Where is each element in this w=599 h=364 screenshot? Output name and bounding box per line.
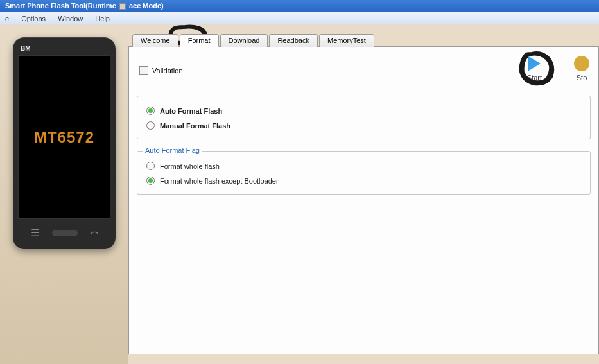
phone-panel: BM MT6572 ☰ ⤺ [0, 24, 128, 364]
except-bootloader-radio-row[interactable]: Format whole flash except Bootloader [146, 177, 584, 185]
validation-checkbox-row[interactable]: Validation [139, 66, 183, 75]
manual-format-radio[interactable] [146, 121, 155, 130]
tab-content-format: Validation Start Sto Auto Fo [128, 46, 599, 354]
validation-checkbox[interactable] [139, 66, 148, 75]
except-bootloader-radio[interactable] [146, 177, 155, 185]
phone-mockup: BM MT6572 ☰ ⤺ [13, 37, 116, 249]
auto-format-flag-section: Auto Format Flag Format whole flash Form… [137, 151, 591, 195]
phone-screen: MT6572 [18, 55, 110, 219]
menu-help[interactable]: Help [90, 13, 115, 24]
start-button[interactable]: Start [521, 55, 548, 83]
title-text-left: Smart Phone Flash Tool(Runtime [5, 2, 116, 10]
play-icon [528, 56, 541, 71]
menu-file[interactable]: e [0, 13, 14, 24]
menu-options[interactable]: Options [16, 13, 51, 24]
phone-back-icon: ⤺ [90, 227, 98, 239]
tab-readback[interactable]: Readback [269, 34, 318, 47]
phone-home-icon [52, 230, 78, 236]
title-box-icon [119, 3, 126, 10]
title-text-right: ace Mode) [129, 2, 164, 10]
auto-format-radio-row[interactable]: Auto Format Flash [146, 107, 584, 115]
stop-button[interactable]: Sto [568, 55, 596, 83]
stop-label: Sto [577, 74, 587, 82]
phone-buttons: ☰ ⤺ [18, 227, 110, 239]
menubar: e Options Window Help [0, 12, 599, 24]
content-panel: Welcome Format Download Readback MemoryT… [128, 24, 599, 364]
phone-brand: BM [21, 45, 31, 52]
auto-format-flag-legend: Auto Format Flag [143, 146, 202, 154]
whole-flash-radio-row[interactable]: Format whole flash [146, 162, 584, 170]
titlebar: Smart Phone Flash Tool(Runtime ace Mode) [0, 0, 599, 12]
format-mode-section: Auto Format Flash Manual Format Flash [137, 96, 591, 139]
phone-menu-icon: ☰ [31, 227, 40, 239]
auto-format-radio[interactable] [146, 107, 155, 115]
manual-format-label: Manual Format Flash [160, 122, 230, 130]
validation-label: Validation [152, 67, 183, 74]
tab-memorytest[interactable]: MemoryTest [319, 34, 374, 47]
menu-window[interactable]: Window [53, 13, 88, 24]
whole-flash-label: Format whole flash [160, 162, 220, 170]
tab-download[interactable]: Download [220, 34, 268, 47]
except-bootloader-label: Format whole flash except Bootloader [160, 177, 279, 185]
tab-bar: Welcome Format Download Readback MemoryT… [132, 33, 599, 46]
tab-welcome[interactable]: Welcome [132, 34, 178, 47]
manual-format-radio-row[interactable]: Manual Format Flash [146, 121, 584, 130]
tab-format[interactable]: Format [180, 34, 219, 47]
start-label: Start [527, 74, 542, 82]
phone-model: MT6572 [34, 128, 94, 146]
stop-icon [574, 56, 589, 71]
whole-flash-radio[interactable] [146, 162, 155, 170]
auto-format-label: Auto Format Flash [160, 107, 222, 115]
